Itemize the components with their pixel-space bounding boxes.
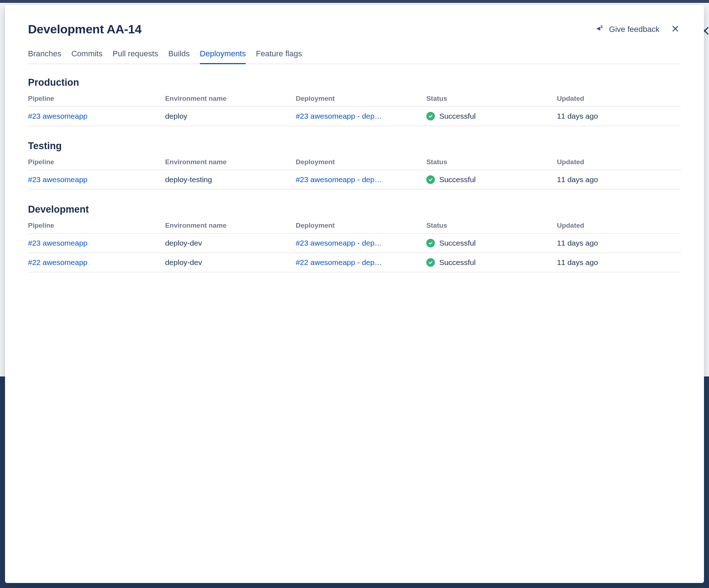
success-icon bbox=[426, 112, 435, 120]
pipeline-link[interactable]: #23 awesomeapp bbox=[28, 175, 88, 184]
col-env: Environment name bbox=[165, 218, 296, 233]
env-name: deploy-testing bbox=[165, 170, 296, 189]
status-text: Successful bbox=[439, 175, 476, 184]
status-cell: Successful bbox=[426, 239, 554, 247]
tab-commits[interactable]: Commits bbox=[71, 49, 103, 63]
tab-bar: Branches Commits Pull requests Builds De… bbox=[28, 49, 681, 64]
col-updated: Updated bbox=[557, 155, 681, 170]
table-header-row: Pipeline Environment name Deployment Sta… bbox=[28, 91, 681, 106]
env-name: deploy bbox=[165, 106, 296, 126]
status-text: Successful bbox=[439, 112, 476, 120]
status-cell: Successful bbox=[426, 175, 554, 184]
env-name: deploy-dev bbox=[165, 253, 296, 272]
megaphone-icon bbox=[596, 24, 605, 35]
section-testing: Testing Pipeline Environment name Deploy… bbox=[28, 141, 681, 190]
deployment-link[interactable]: #22 awesomeapp - dep… bbox=[296, 258, 382, 267]
deployments-table: Pipeline Environment name Deployment Sta… bbox=[28, 218, 681, 272]
status-text: Successful bbox=[439, 258, 476, 267]
col-deployment: Deployment bbox=[296, 91, 426, 106]
pipeline-link[interactable]: #23 awesomeapp bbox=[28, 112, 88, 120]
give-feedback-button[interactable]: Give feedback bbox=[596, 24, 659, 35]
tab-feature-flags[interactable]: Feature flags bbox=[256, 49, 302, 63]
success-icon bbox=[426, 258, 435, 267]
give-feedback-label: Give feedback bbox=[609, 25, 659, 34]
success-icon bbox=[426, 175, 435, 184]
table-row: #22 awesomeapp deploy-dev #22 awesomeapp… bbox=[28, 253, 681, 272]
updated-text: 11 days ago bbox=[557, 253, 681, 272]
tab-pull-requests[interactable]: Pull requests bbox=[113, 49, 158, 63]
table-row: #23 awesomeapp deploy-testing #23 awesom… bbox=[28, 170, 681, 189]
col-pipeline: Pipeline bbox=[28, 91, 165, 106]
col-status: Status bbox=[426, 218, 557, 233]
updated-text: 11 days ago bbox=[557, 233, 681, 253]
status-cell: Successful bbox=[426, 112, 554, 120]
modal-title: Development AA-14 bbox=[28, 22, 142, 36]
section-title: Development bbox=[28, 204, 681, 215]
col-pipeline: Pipeline bbox=[28, 155, 165, 170]
modal-header: Development AA-14 Give feedback bbox=[28, 22, 681, 36]
col-deployment: Deployment bbox=[296, 218, 426, 233]
success-icon bbox=[426, 239, 435, 247]
col-pipeline: Pipeline bbox=[28, 218, 165, 233]
col-status: Status bbox=[426, 91, 557, 106]
table-row: #23 awesomeapp deploy-dev #23 awesomeapp… bbox=[28, 233, 681, 253]
status-text: Successful bbox=[439, 239, 476, 247]
col-env: Environment name bbox=[165, 91, 296, 106]
section-title: Testing bbox=[28, 141, 681, 152]
deployment-link[interactable]: #23 awesomeapp - dep… bbox=[296, 175, 382, 184]
table-row: #23 awesomeapp deploy #23 awesomeapp - d… bbox=[28, 106, 681, 126]
table-header-row: Pipeline Environment name Deployment Sta… bbox=[28, 218, 681, 233]
updated-text: 11 days ago bbox=[557, 170, 681, 189]
pipeline-link[interactable]: #22 awesomeapp bbox=[28, 258, 88, 266]
col-updated: Updated bbox=[557, 218, 681, 233]
table-header-row: Pipeline Environment name Deployment Sta… bbox=[28, 155, 681, 170]
status-cell: Successful bbox=[426, 258, 554, 267]
col-updated: Updated bbox=[557, 91, 681, 106]
pipeline-link[interactable]: #23 awesomeapp bbox=[28, 239, 88, 247]
section-production: Production Pipeline Environment name Dep… bbox=[28, 77, 681, 126]
deployments-table: Pipeline Environment name Deployment Sta… bbox=[28, 155, 681, 190]
env-name: deploy-dev bbox=[165, 233, 296, 253]
col-env: Environment name bbox=[165, 155, 296, 170]
development-modal: Development AA-14 Give feedback bbox=[5, 5, 704, 583]
close-icon bbox=[671, 24, 680, 35]
deployments-table: Pipeline Environment name Deployment Sta… bbox=[28, 91, 681, 126]
close-button[interactable] bbox=[670, 24, 681, 35]
section-development: Development Pipeline Environment name De… bbox=[28, 204, 681, 272]
deployment-link[interactable]: #23 awesomeapp - dep… bbox=[296, 239, 382, 247]
section-title: Production bbox=[28, 77, 681, 88]
col-deployment: Deployment bbox=[296, 155, 426, 170]
tab-branches[interactable]: Branches bbox=[28, 49, 61, 63]
modal-actions: Give feedback bbox=[596, 24, 681, 35]
tab-deployments[interactable]: Deployments bbox=[200, 49, 246, 63]
updated-text: 11 days ago bbox=[557, 106, 681, 126]
svg-rect-2 bbox=[597, 28, 598, 29]
deployment-link[interactable]: #23 awesomeapp - dep… bbox=[296, 112, 382, 120]
col-status: Status bbox=[426, 155, 557, 170]
tab-builds[interactable]: Builds bbox=[168, 49, 190, 63]
